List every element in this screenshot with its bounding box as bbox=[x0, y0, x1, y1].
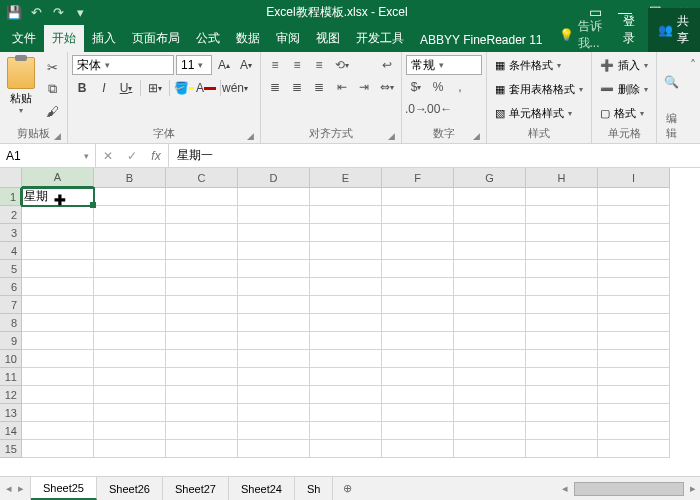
cell[interactable] bbox=[166, 440, 238, 458]
cell[interactable] bbox=[166, 368, 238, 386]
cell[interactable] bbox=[22, 260, 94, 278]
cell[interactable] bbox=[382, 368, 454, 386]
horizontal-scrollbar[interactable]: ◂ ▸ bbox=[361, 477, 700, 500]
cell[interactable] bbox=[310, 422, 382, 440]
cell[interactable] bbox=[310, 368, 382, 386]
cell[interactable] bbox=[382, 386, 454, 404]
column-header[interactable]: C bbox=[166, 168, 238, 188]
cell[interactable] bbox=[238, 332, 310, 350]
cell[interactable] bbox=[22, 206, 94, 224]
cell[interactable] bbox=[598, 296, 670, 314]
cell[interactable] bbox=[166, 260, 238, 278]
worksheet-grid[interactable]: ABCDEFGHI1星期23456789101112131415 ✚ bbox=[0, 168, 700, 476]
cell[interactable] bbox=[454, 224, 526, 242]
delete-cells-button[interactable]: ➖删除▾ bbox=[596, 81, 652, 98]
paste-button[interactable]: 粘贴 ▾ bbox=[4, 55, 38, 124]
cell[interactable] bbox=[94, 404, 166, 422]
format-cells-button[interactable]: ▢格式▾ bbox=[596, 105, 652, 122]
cell[interactable] bbox=[526, 368, 598, 386]
cell[interactable] bbox=[454, 278, 526, 296]
cell-styles-button[interactable]: ▧单元格样式▾ bbox=[491, 105, 587, 122]
cell[interactable] bbox=[238, 368, 310, 386]
font-size-combo[interactable]: 11▾ bbox=[176, 55, 212, 75]
cell[interactable] bbox=[310, 332, 382, 350]
column-header[interactable]: A bbox=[22, 168, 94, 188]
cell[interactable] bbox=[526, 350, 598, 368]
align-left-icon[interactable]: ≣ bbox=[265, 77, 285, 97]
row-header[interactable]: 6 bbox=[0, 278, 22, 296]
collapse-ribbon-icon[interactable]: ˄ bbox=[685, 52, 700, 143]
scroll-right-icon[interactable]: ▸ bbox=[690, 482, 696, 495]
cell[interactable] bbox=[454, 260, 526, 278]
row-header[interactable]: 7 bbox=[0, 296, 22, 314]
sheet-tab[interactable]: Sh bbox=[295, 477, 333, 500]
clipboard-launcher-icon[interactable]: ◢ bbox=[54, 131, 61, 141]
comma-format-icon[interactable]: , bbox=[450, 77, 470, 97]
cell[interactable] bbox=[94, 242, 166, 260]
cell[interactable] bbox=[310, 206, 382, 224]
qat-customize-icon[interactable]: ▾ bbox=[70, 2, 90, 22]
cell[interactable] bbox=[22, 440, 94, 458]
scroll-thumb[interactable] bbox=[574, 482, 684, 496]
insert-cells-button[interactable]: ➕插入▾ bbox=[596, 57, 652, 74]
cell[interactable] bbox=[526, 242, 598, 260]
cell[interactable] bbox=[310, 260, 382, 278]
cell[interactable] bbox=[166, 278, 238, 296]
cell[interactable] bbox=[310, 188, 382, 206]
tab-data[interactable]: 数据 bbox=[228, 25, 268, 52]
tab-formulas[interactable]: 公式 bbox=[188, 25, 228, 52]
cell[interactable] bbox=[310, 386, 382, 404]
cell[interactable] bbox=[166, 422, 238, 440]
decrease-decimal-icon[interactable]: .00← bbox=[428, 99, 448, 119]
column-header[interactable]: B bbox=[94, 168, 166, 188]
cell[interactable] bbox=[454, 314, 526, 332]
format-painter-icon[interactable]: 🖌 bbox=[41, 101, 63, 121]
cell[interactable] bbox=[94, 350, 166, 368]
cell[interactable] bbox=[454, 188, 526, 206]
cell[interactable] bbox=[526, 296, 598, 314]
cell[interactable] bbox=[166, 350, 238, 368]
copy-icon[interactable]: ⧉ bbox=[41, 79, 63, 99]
tab-insert[interactable]: 插入 bbox=[84, 25, 124, 52]
tab-file[interactable]: 文件 bbox=[4, 25, 44, 52]
tab-view[interactable]: 视图 bbox=[308, 25, 348, 52]
cell[interactable] bbox=[598, 350, 670, 368]
cell[interactable] bbox=[310, 296, 382, 314]
cell[interactable] bbox=[526, 422, 598, 440]
cell[interactable] bbox=[166, 386, 238, 404]
cell[interactable] bbox=[94, 224, 166, 242]
cell[interactable] bbox=[526, 404, 598, 422]
cell[interactable] bbox=[22, 332, 94, 350]
cell[interactable] bbox=[94, 260, 166, 278]
column-header[interactable]: G bbox=[454, 168, 526, 188]
cell[interactable] bbox=[382, 188, 454, 206]
cell[interactable] bbox=[454, 206, 526, 224]
cell[interactable] bbox=[22, 278, 94, 296]
number-format-combo[interactable]: 常规▾ bbox=[406, 55, 482, 75]
cell[interactable] bbox=[94, 332, 166, 350]
number-launcher-icon[interactable]: ◢ bbox=[473, 131, 480, 141]
wrap-text-icon[interactable]: ↩ bbox=[377, 55, 397, 75]
find-select-icon[interactable]: 🔍 bbox=[661, 72, 681, 92]
tab-developer[interactable]: 开发工具 bbox=[348, 25, 412, 52]
name-box[interactable]: A1 ▾ bbox=[0, 144, 96, 167]
sheet-tab[interactable]: Sheet27 bbox=[163, 477, 229, 500]
row-header[interactable]: 12 bbox=[0, 386, 22, 404]
cell[interactable] bbox=[94, 422, 166, 440]
cell[interactable] bbox=[382, 296, 454, 314]
conditional-formatting-button[interactable]: ▦条件格式▾ bbox=[491, 57, 587, 74]
cell[interactable] bbox=[22, 224, 94, 242]
cell[interactable] bbox=[454, 386, 526, 404]
cell[interactable] bbox=[454, 368, 526, 386]
align-center-icon[interactable]: ≣ bbox=[287, 77, 307, 97]
tell-me-search[interactable]: 💡 告诉我... bbox=[551, 18, 615, 52]
cell[interactable] bbox=[382, 422, 454, 440]
cell[interactable] bbox=[598, 278, 670, 296]
tab-abbyy[interactable]: ABBYY FineReader 11 bbox=[412, 28, 551, 52]
cell[interactable] bbox=[238, 296, 310, 314]
cell[interactable] bbox=[166, 332, 238, 350]
cell[interactable] bbox=[94, 440, 166, 458]
format-as-table-button[interactable]: ▦套用表格格式▾ bbox=[491, 81, 587, 98]
cell[interactable] bbox=[94, 278, 166, 296]
italic-button[interactable]: I bbox=[94, 78, 114, 98]
